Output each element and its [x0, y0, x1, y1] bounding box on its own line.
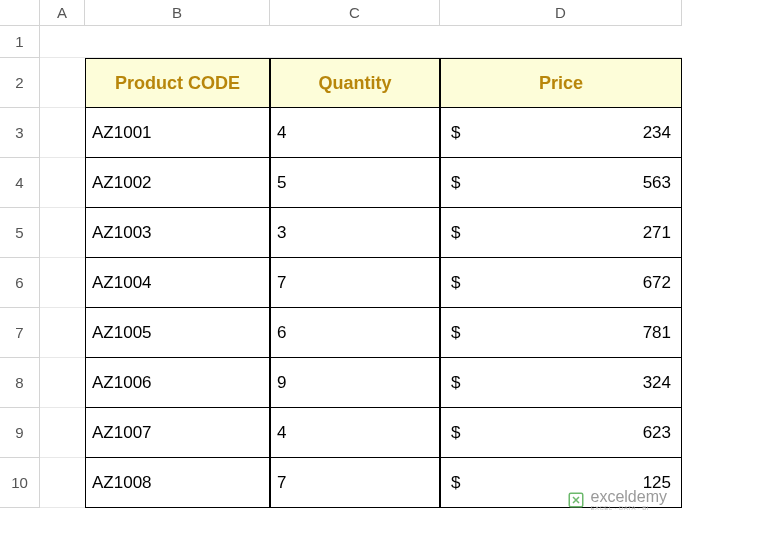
cell-a2[interactable] — [40, 58, 85, 108]
cell-c1[interactable] — [270, 26, 440, 58]
header-quantity[interactable]: Quantity — [270, 58, 440, 108]
cell-qty[interactable]: 9 — [270, 358, 440, 408]
row-header-4[interactable]: 4 — [0, 158, 40, 208]
col-header-a[interactable]: A — [40, 0, 85, 26]
row-header-2[interactable]: 2 — [0, 58, 40, 108]
currency-symbol: $ — [451, 123, 460, 143]
row-header-10[interactable]: 10 — [0, 458, 40, 508]
cell-price[interactable]: $ 271 — [440, 208, 682, 258]
cell-price[interactable]: $ 672 — [440, 258, 682, 308]
currency-symbol: $ — [451, 173, 460, 193]
cell-b1[interactable] — [85, 26, 270, 58]
cell-code[interactable]: AZ1003 — [85, 208, 270, 258]
watermark: exceldemy EXCEL · DATA · BI — [567, 489, 667, 511]
cell-qty[interactable]: 7 — [270, 258, 440, 308]
exceldemy-logo-icon — [567, 491, 585, 509]
col-header-d[interactable]: D — [440, 0, 682, 26]
cell-code[interactable]: AZ1006 — [85, 358, 270, 408]
cell-a8[interactable] — [40, 358, 85, 408]
currency-symbol: $ — [451, 423, 460, 443]
cell-code[interactable]: AZ1008 — [85, 458, 270, 508]
corner-cell[interactable] — [0, 0, 40, 26]
cell-d1[interactable] — [440, 26, 682, 58]
cell-a4[interactable] — [40, 158, 85, 208]
cell-a10[interactable] — [40, 458, 85, 508]
cell-qty[interactable]: 5 — [270, 158, 440, 208]
cell-code[interactable]: AZ1004 — [85, 258, 270, 308]
cell-qty[interactable]: 3 — [270, 208, 440, 258]
cell-code[interactable]: AZ1002 — [85, 158, 270, 208]
cell-price[interactable]: $ 623 — [440, 408, 682, 458]
header-price[interactable]: Price — [440, 58, 682, 108]
currency-symbol: $ — [451, 273, 460, 293]
cell-a6[interactable] — [40, 258, 85, 308]
header-product-code[interactable]: Product CODE — [85, 58, 270, 108]
currency-symbol: $ — [451, 223, 460, 243]
currency-symbol: $ — [451, 473, 460, 493]
cell-qty[interactable]: 6 — [270, 308, 440, 358]
spreadsheet-grid: A B C D 1 2 Product CODE Quantity Price … — [0, 0, 767, 508]
row-header-7[interactable]: 7 — [0, 308, 40, 358]
currency-symbol: $ — [451, 373, 460, 393]
price-value: 623 — [643, 423, 671, 443]
watermark-sub: EXCEL · DATA · BI — [591, 505, 667, 511]
price-value: 563 — [643, 173, 671, 193]
price-value: 271 — [643, 223, 671, 243]
cell-a3[interactable] — [40, 108, 85, 158]
cell-price[interactable]: $ 234 — [440, 108, 682, 158]
price-value: 324 — [643, 373, 671, 393]
row-header-1[interactable]: 1 — [0, 26, 40, 58]
cell-code[interactable]: AZ1001 — [85, 108, 270, 158]
price-value: 781 — [643, 323, 671, 343]
cell-price[interactable]: $ 781 — [440, 308, 682, 358]
price-value: 234 — [643, 123, 671, 143]
cell-code[interactable]: AZ1005 — [85, 308, 270, 358]
col-header-c[interactable]: C — [270, 0, 440, 26]
cell-a9[interactable] — [40, 408, 85, 458]
cell-code[interactable]: AZ1007 — [85, 408, 270, 458]
cell-a5[interactable] — [40, 208, 85, 258]
row-header-3[interactable]: 3 — [0, 108, 40, 158]
cell-qty[interactable]: 7 — [270, 458, 440, 508]
cell-a7[interactable] — [40, 308, 85, 358]
cell-qty[interactable]: 4 — [270, 108, 440, 158]
row-header-8[interactable]: 8 — [0, 358, 40, 408]
currency-symbol: $ — [451, 323, 460, 343]
watermark-name: exceldemy — [591, 489, 667, 505]
row-header-9[interactable]: 9 — [0, 408, 40, 458]
col-header-b[interactable]: B — [85, 0, 270, 26]
cell-qty[interactable]: 4 — [270, 408, 440, 458]
cell-price[interactable]: $ 563 — [440, 158, 682, 208]
row-header-5[interactable]: 5 — [0, 208, 40, 258]
row-header-6[interactable]: 6 — [0, 258, 40, 308]
cell-price[interactable]: $ 324 — [440, 358, 682, 408]
price-value: 672 — [643, 273, 671, 293]
cell-a1[interactable] — [40, 26, 85, 58]
